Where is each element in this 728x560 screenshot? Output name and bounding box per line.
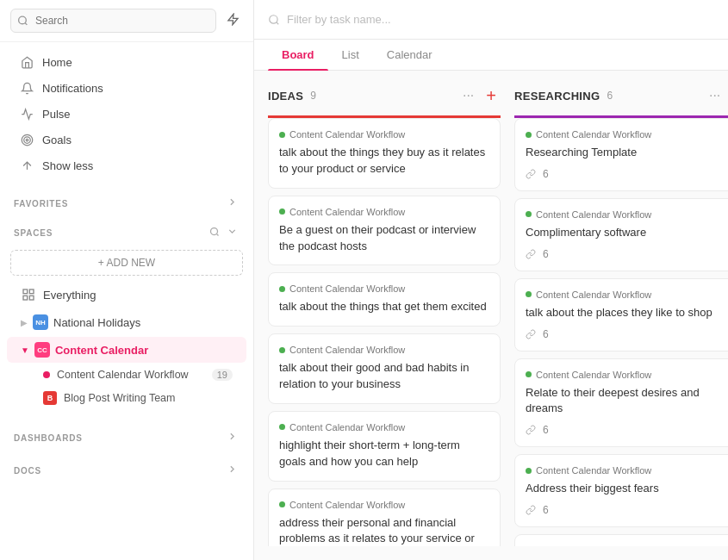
card-footer: 6 [526, 424, 728, 436]
search-input[interactable] [10, 9, 216, 33]
dashboards-expand-button[interactable] [225, 429, 240, 446]
goals-icon [21, 134, 34, 146]
card-title: talk about their good and bad habits in … [279, 360, 489, 393]
card-ideas-4[interactable]: Content Calendar Workflow highlight thei… [268, 411, 501, 482]
expand-arrow-content: ▼ [21, 345, 29, 355]
sidebar-item-goals[interactable]: Goals [7, 128, 246, 152]
home-icon [21, 56, 34, 69]
ideas-column-header: IDEAS 9 ··· + [268, 84, 501, 118]
card-ideas-5[interactable]: Content Calendar Workflow address their … [268, 488, 501, 546]
card-title: Relate to their deepest desires and drea… [526, 385, 728, 418]
tag-label: Content Calendar Workflow [536, 370, 651, 380]
spaces-search-button[interactable] [208, 224, 221, 241]
column-researching: RESEARCHING 6 ··· + Content Calendar Wor… [514, 84, 728, 546]
space-item-everything[interactable]: Everything [7, 282, 246, 308]
space-item-national-holidays[interactable]: ▶ NH National Holidays [7, 309, 246, 335]
card-researching-1[interactable]: Content Calendar Workflow Complimentary … [514, 198, 728, 271]
tabs-bar: Board List Calendar [254, 40, 728, 71]
content-calendar-label: Content Calendar [55, 344, 148, 357]
card-tag: Content Calendar Workflow [279, 129, 489, 140]
link-count: 6 [543, 504, 549, 516]
tag-dot [279, 501, 285, 507]
card-title: Be a guest on their podcast or interview… [279, 222, 489, 255]
content-calendar-icon: CC [34, 342, 50, 358]
svg-point-7 [211, 227, 218, 234]
tab-board[interactable]: Board [268, 40, 328, 70]
favorites-section: FAVORITES [0, 186, 253, 215]
spaces-section: SPACES [0, 215, 253, 245]
sidebar-nav: Home Notifications Pulse Goals Show less [0, 42, 253, 186]
favorites-chevron[interactable] [225, 195, 240, 212]
ideas-more-button[interactable]: ··· [458, 86, 478, 105]
tab-calendar[interactable]: Calendar [373, 40, 446, 70]
everything-label: Everything [43, 289, 96, 302]
card-ideas-3[interactable]: Content Calendar Workflow talk about the… [268, 333, 501, 404]
ideas-add-button[interactable]: + [482, 84, 501, 107]
pulse-icon [21, 108, 34, 121]
chevron-right-icon-dash [227, 431, 238, 442]
docs-expand-button[interactable] [225, 462, 240, 479]
tag-dot [279, 132, 285, 138]
card-researching-2[interactable]: Content Calendar Workflow talk about the… [514, 278, 728, 352]
main-header: Filter by task name... [254, 0, 728, 40]
card-title: address their personal and financial pro… [279, 515, 489, 546]
svg-marker-2 [228, 14, 238, 25]
tag-dot [526, 291, 532, 297]
link-icon [526, 425, 536, 435]
ideas-title: IDEAS [268, 90, 303, 103]
card-researching-4[interactable]: Content Calendar Workflow Address their … [514, 454, 728, 527]
filter-search-icon [268, 14, 280, 26]
search-small-icon [209, 227, 220, 237]
card-researching-5[interactable]: Content Calendar Workflow highlight thei… [514, 534, 728, 546]
card-ideas-1[interactable]: Content Calendar Workflow Be a guest on … [268, 196, 501, 266]
tag-dot [526, 468, 532, 474]
add-new-button[interactable]: + ADD NEW [10, 250, 243, 276]
tag-dot [279, 286, 285, 292]
svg-line-14 [277, 22, 279, 24]
tag-label: Content Calendar Workflow [536, 129, 651, 140]
card-researching-3[interactable]: Content Calendar Workflow Relate to thei… [514, 358, 728, 448]
tag-label: Content Calendar Workflow [536, 465, 651, 476]
link-icon [526, 505, 536, 515]
chevron-down-icon [227, 226, 238, 237]
sidebar-item-show-less[interactable]: Show less [7, 153, 246, 178]
svg-rect-12 [23, 296, 28, 300]
space-item-content-calendar[interactable]: ▼ CC Content Calendar [7, 337, 246, 363]
spaces-expand-button[interactable] [225, 224, 240, 241]
tag-dot [279, 347, 285, 353]
favorites-actions [225, 195, 240, 212]
sidebar-item-pulse[interactable]: Pulse [7, 102, 246, 127]
link-count: 6 [543, 328, 549, 340]
sub-item-blog-post-writing-team[interactable]: B Blog Post Writing Team [7, 387, 246, 409]
notifications-label: Notifications [42, 82, 103, 95]
workflow-label: Content Calendar Workflow [57, 369, 189, 381]
tag-dot [526, 132, 532, 138]
favorites-label: FAVORITES [14, 199, 68, 208]
blog-team-icon: B [43, 391, 57, 405]
svg-rect-9 [23, 289, 28, 294]
expand-arrow-national: ▶ [21, 318, 28, 327]
card-ideas-2[interactable]: Content Calendar Workflow talk about the… [268, 272, 501, 327]
link-icon [526, 329, 536, 339]
card-ideas-0[interactable]: Content Calendar Workflow talk about the… [268, 118, 501, 189]
card-footer: 6 [526, 168, 728, 180]
card-title: Complimentary software [526, 225, 728, 241]
svg-point-0 [19, 16, 27, 24]
column-ideas: IDEAS 9 ··· + Content Calendar Workflow … [268, 84, 501, 546]
tag-label: Content Calendar Workflow [536, 209, 651, 220]
sidebar-item-home[interactable]: Home [7, 50, 246, 75]
goals-label: Goals [42, 134, 72, 146]
lightning-button[interactable] [223, 9, 243, 32]
researching-more-button[interactable]: ··· [705, 86, 725, 105]
sidebar-item-notifications[interactable]: Notifications [7, 76, 246, 101]
blog-team-label: Blog Post Writing Team [64, 392, 175, 404]
spaces-actions [208, 224, 240, 241]
filter-placeholder[interactable]: Filter by task name... [287, 13, 391, 26]
dashboards-label: DASHBOARDS [14, 433, 83, 443]
card-researching-0[interactable]: Content Calendar Workflow Researching Te… [514, 118, 728, 191]
tab-list[interactable]: List [328, 40, 373, 70]
sub-item-content-calendar-workflow[interactable]: Content Calendar Workflow 19 [7, 364, 246, 385]
workflow-dot [43, 371, 50, 378]
filter-search-wrap: Filter by task name... [268, 13, 714, 26]
link-count: 6 [543, 424, 549, 436]
